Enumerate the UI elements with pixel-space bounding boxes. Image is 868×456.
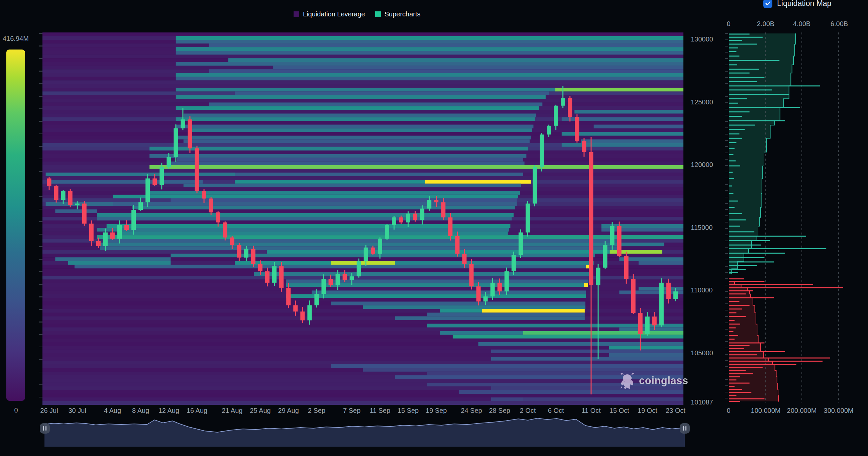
liquidation-map-bottom-axis-label: 0 <box>726 407 730 415</box>
price-axis-label: 105000 <box>691 349 713 357</box>
date-axis-label: 21 Aug <box>222 407 242 415</box>
date-axis-label: 29 Aug <box>278 407 299 415</box>
date-axis-label: 6 Oct <box>548 407 564 415</box>
date-axis-label: 23 Oct <box>666 407 685 415</box>
liquidation-map-top-axis-label: 4.00B <box>793 20 810 28</box>
date-axis-label: 11 Sep <box>369 407 390 415</box>
navigator-left-handle[interactable] <box>40 423 50 434</box>
price-minor-ticks-left <box>39 33 42 405</box>
date-axis-label: 11 Oct <box>582 407 600 415</box>
date-axis-label: 25 Aug <box>250 407 271 415</box>
liquidation-map-top-axis-label: 6.00B <box>831 20 848 28</box>
legend-item-liquidation-leverage[interactable]: Liquidation Leverage <box>293 10 365 18</box>
liquidation-map-canvas[interactable] <box>729 32 868 402</box>
coinglass-bull-icon <box>620 373 635 389</box>
legend-label: Liquidation Leverage <box>303 10 365 18</box>
price-axis-last-label: 101087 <box>691 398 713 406</box>
liquidation-map-top-axis-label: 0 <box>726 20 730 28</box>
date-axis-label: 30 Jul <box>68 407 86 415</box>
date-axis-label: 19 Sep <box>426 407 447 415</box>
date-axis-label: 28 Sep <box>489 407 510 415</box>
date-axis-label: 2 Oct <box>520 407 536 415</box>
chart-legend: Liquidation Leverage Supercharts <box>293 10 421 18</box>
colorbar-gradient <box>6 50 25 401</box>
date-axis-label: 16 Aug <box>187 407 207 415</box>
liquidation-map-bottom-axis-label: 100.000M <box>751 407 781 415</box>
liquidation-map-label: Liquidation Map <box>777 0 831 8</box>
liquidation-heatmap-canvas[interactable] <box>42 32 683 405</box>
legend-label: Supercharts <box>384 10 421 18</box>
date-axis-label: 26 Jul <box>40 407 58 415</box>
legend-item-supercharts[interactable]: Supercharts <box>375 10 421 18</box>
price-minor-ticks-right <box>725 33 728 402</box>
liquidation-leverage-swatch <box>293 11 299 17</box>
date-axis-label: 24 Sep <box>461 407 482 415</box>
date-axis-label: 15 Oct <box>610 407 629 415</box>
liquidation-map-bottom-axis-label: 300.000M <box>824 407 854 415</box>
liquidation-map-checkbox[interactable] <box>763 0 772 8</box>
navigator-right-handle[interactable] <box>680 423 690 434</box>
liquidation-heatmap-page: Liquidation Leverage Supercharts Liquida… <box>0 0 868 456</box>
date-axis-label: 4 Aug <box>104 407 121 415</box>
colorbar-min-label: 0 <box>14 406 18 414</box>
colorbar-max-label: 416.94M <box>3 35 29 42</box>
date-axis-label: 2 Sep <box>308 407 326 415</box>
watermark-text: coinglass <box>639 375 688 387</box>
price-axis-label: 110000 <box>691 286 713 294</box>
price-axis-label: 130000 <box>691 35 713 43</box>
liquidation-map-bottom-axis-label: 200.000M <box>787 407 817 415</box>
navigator-canvas[interactable] <box>44 418 685 447</box>
supercharts-swatch <box>375 11 381 17</box>
liquidation-map-top-axis-label: 2.00B <box>757 20 774 28</box>
date-axis-label: 8 Aug <box>132 407 149 415</box>
coinglass-watermark: coinglass <box>620 373 688 389</box>
price-axis-label: 125000 <box>691 98 713 106</box>
checkmark-icon <box>765 0 771 6</box>
date-axis-label: 7 Sep <box>343 407 361 415</box>
liquidation-map-toggle[interactable]: Liquidation Map <box>763 0 831 10</box>
date-axis-label: 15 Sep <box>398 407 418 415</box>
price-axis-label: 120000 <box>691 161 713 169</box>
date-axis-label: 12 Aug <box>158 407 179 415</box>
date-axis-label: 19 Oct <box>638 407 657 415</box>
price-axis-label: 115000 <box>691 224 713 231</box>
